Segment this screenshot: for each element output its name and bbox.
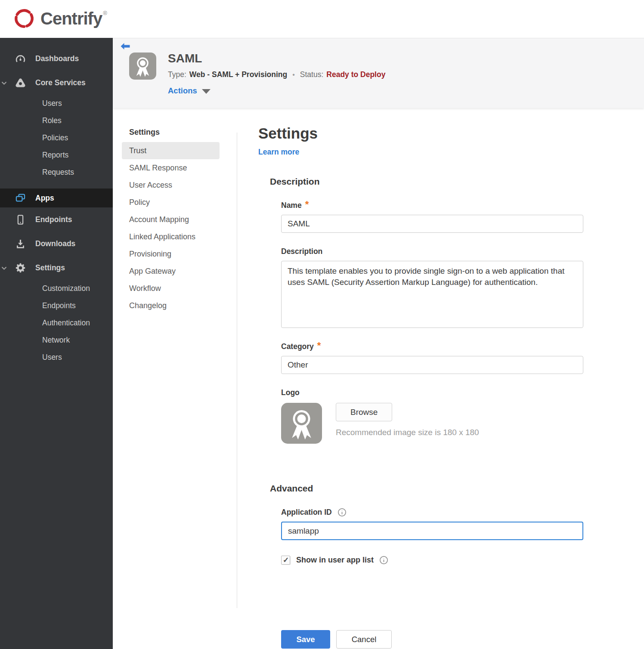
apps-icon	[15, 192, 26, 204]
application-id-label: Application ID	[281, 508, 585, 517]
caret-down-icon	[202, 89, 211, 94]
logo-size-hint: Recommended image size is 180 x 180	[336, 428, 479, 437]
sidebar-item-downloads[interactable]: Downloads	[0, 232, 113, 256]
required-asterisk: *	[305, 201, 309, 208]
settings-subnav: Settings Trust SAML Response User Access…	[122, 126, 220, 314]
description-field-label: Description	[281, 247, 585, 256]
sidebar-item-authentication[interactable]: Authentication	[0, 314, 113, 331]
sidebar-item-requests[interactable]: Requests	[0, 164, 113, 181]
subnav-item-linked-applications[interactable]: Linked Applications	[122, 228, 220, 245]
subnav-item-user-access[interactable]: User Access	[122, 176, 220, 194]
subnav-item-app-gateway[interactable]: App Gateway	[122, 263, 220, 280]
top-bar: Centrify ®	[0, 0, 644, 38]
name-field-label: Name *	[281, 201, 585, 210]
registered-mark: ®	[103, 10, 107, 16]
sidebar-item-network[interactable]: Network	[0, 331, 113, 349]
sidebar-item-label: Endpoints	[35, 215, 72, 224]
status-value: Ready to Deploy	[326, 70, 385, 79]
description-textarea[interactable]: This template enables you to provide sin…	[281, 261, 583, 328]
sidebar-item-customization[interactable]: Customization	[0, 280, 113, 297]
status-label: Status:	[300, 70, 323, 79]
required-asterisk: *	[317, 342, 321, 349]
subnav-item-policy[interactable]: Policy	[122, 194, 220, 211]
type-label: Type:	[168, 70, 186, 79]
actions-label: Actions	[168, 86, 197, 96]
centrify-logo[interactable]: Centrify ®	[12, 6, 107, 31]
sidebar-divider-gap	[0, 181, 113, 189]
type-value: Web - SAML + Provisioning	[189, 70, 287, 79]
chevron-down-icon	[1, 80, 7, 86]
sidebar-item-settings-endpoints[interactable]: Endpoints	[0, 297, 113, 314]
info-icon[interactable]	[379, 556, 388, 565]
sidebar-item-label: Downloads	[35, 239, 75, 248]
gear-icon	[15, 262, 26, 274]
sidebar-item-core-services[interactable]: Core Services	[0, 71, 113, 95]
chevron-down-icon	[1, 265, 7, 271]
sidebar-item-label: Settings	[35, 263, 65, 272]
logo-field-label: Logo	[281, 388, 585, 397]
app-title: SAML	[168, 52, 202, 65]
save-button[interactable]: Save	[281, 630, 330, 649]
mobile-device-icon	[15, 214, 26, 226]
sidebar-item-endpoints[interactable]: Endpoints	[0, 207, 113, 232]
centrify-swirl-icon	[12, 6, 36, 31]
name-input[interactable]	[281, 215, 583, 233]
sidebar-item-label: Apps	[35, 194, 54, 203]
sidebar: Dashboards Core Services Users Roles Pol…	[0, 38, 113, 649]
info-icon[interactable]	[337, 508, 347, 517]
category-input[interactable]	[281, 356, 583, 374]
application-id-input[interactable]	[281, 522, 583, 540]
sidebar-item-apps[interactable]: Apps	[0, 189, 113, 207]
sidebar-item-roles[interactable]: Roles	[0, 112, 113, 129]
brand-name: Centrify	[40, 6, 102, 31]
subnav-item-trust[interactable]: Trust	[122, 142, 220, 159]
sidebar-item-reports[interactable]: Reports	[0, 146, 113, 164]
app-logo-ribbon-icon	[129, 53, 156, 80]
back-arrow-icon[interactable]	[120, 41, 131, 52]
cancel-button[interactable]: Cancel	[336, 630, 392, 649]
download-icon	[15, 238, 26, 250]
show-in-user-app-list-label: Show in user app list	[296, 556, 374, 565]
actions-dropdown[interactable]: Actions	[168, 86, 211, 96]
subnav-item-provisioning[interactable]: Provisioning	[122, 245, 220, 263]
sidebar-item-label: Dashboards	[35, 54, 79, 63]
app-header: SAML Type: Web - SAML + Provisioning • S…	[113, 38, 644, 108]
description-section-heading: Description	[270, 176, 585, 187]
advanced-section-heading: Advanced	[270, 483, 585, 494]
page-title: Settings	[258, 125, 585, 142]
sidebar-item-policies[interactable]: Policies	[0, 129, 113, 146]
browse-button[interactable]: Browse	[336, 403, 392, 421]
subnav-item-saml-response[interactable]: SAML Response	[122, 159, 220, 176]
subnav-item-workflow[interactable]: Workflow	[122, 280, 220, 297]
gauge-icon	[15, 53, 26, 65]
sidebar-item-settings[interactable]: Settings	[0, 256, 113, 280]
show-in-user-app-list-checkbox[interactable]	[281, 556, 290, 565]
core-services-icon	[15, 77, 26, 89]
subnav-item-account-mapping[interactable]: Account Mapping	[122, 211, 220, 228]
subnav-heading: Settings	[122, 126, 220, 142]
meta-separator: •	[292, 71, 295, 79]
sidebar-item-label: Core Services	[35, 78, 86, 87]
logo-preview-ribbon-icon	[281, 403, 322, 444]
learn-more-link[interactable]: Learn more	[258, 148, 299, 157]
sidebar-item-dashboards[interactable]: Dashboards	[0, 46, 113, 71]
subnav-item-changelog[interactable]: Changelog	[122, 297, 220, 314]
vertical-divider	[237, 133, 237, 608]
category-field-label: Category *	[281, 342, 585, 351]
sidebar-item-settings-users[interactable]: Users	[0, 349, 113, 366]
sidebar-item-users[interactable]: Users	[0, 95, 113, 112]
settings-panel: Settings Learn more Description Name * D…	[258, 125, 585, 649]
app-meta: Type: Web - SAML + Provisioning • Status…	[168, 70, 385, 79]
